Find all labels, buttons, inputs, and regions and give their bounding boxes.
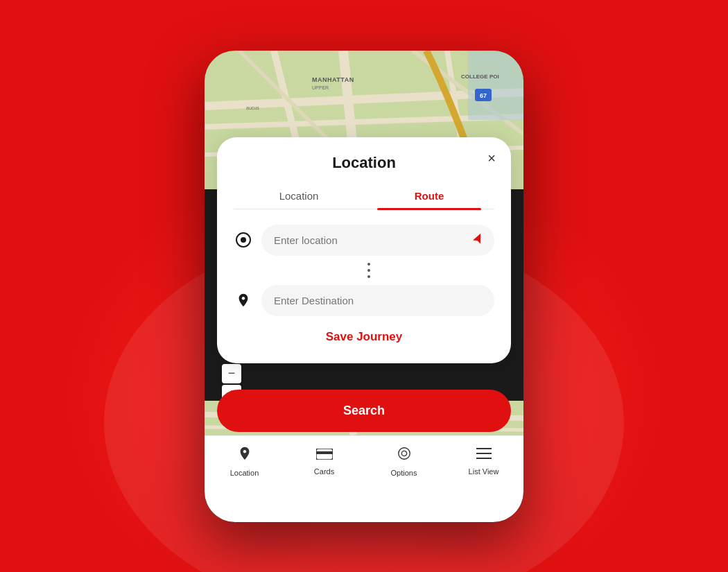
nav-item-cards[interactable]: Cards (284, 446, 364, 476)
destination-input-row (234, 285, 494, 316)
modal-card: Location × Location Route (217, 137, 511, 363)
phone-frame: MANHATTAN UPPER aucus COLLEGE POI 67 − +… (205, 51, 523, 522)
destination-input[interactable] (261, 285, 494, 316)
tabs-container: Location Route (234, 184, 494, 209)
list-view-nav-icon (476, 446, 492, 464)
svg-text:67: 67 (480, 92, 487, 99)
svg-rect-9 (468, 51, 523, 120)
bottom-nav: Location Cards Options (205, 435, 523, 522)
modal-title: Location (234, 154, 494, 172)
tab-location[interactable]: Location (234, 184, 364, 209)
svg-text:aucus: aucus (246, 105, 259, 110)
route-inputs (234, 225, 494, 316)
navigate-arrow-icon (472, 232, 485, 248)
svg-text:COLLEGE POI: COLLEGE POI (461, 73, 499, 80)
nav-item-options[interactable]: Options (364, 446, 444, 477)
destination-pin-icon (234, 293, 253, 308)
location-input-wrapper (261, 225, 494, 256)
svg-text:UPPER: UPPER (312, 85, 329, 90)
location-input[interactable] (261, 225, 494, 256)
cards-nav-icon (316, 446, 333, 464)
svg-point-23 (401, 451, 406, 456)
svg-rect-21 (316, 451, 333, 454)
location-origin-icon (234, 232, 253, 248)
options-nav-icon (397, 446, 412, 465)
nav-item-list-view[interactable]: List View (444, 446, 523, 476)
nav-label-list-view: List View (469, 467, 499, 476)
svg-text:MANHATTAN: MANHATTAN (312, 76, 354, 83)
route-connector-dots (234, 256, 494, 285)
close-button[interactable]: × (487, 151, 496, 165)
destination-input-wrapper (261, 285, 494, 316)
nav-label-options: Options (391, 469, 417, 477)
location-nav-icon (237, 446, 252, 465)
search-button[interactable]: Search (217, 390, 511, 432)
nav-label-location: Location (230, 469, 259, 477)
nav-item-location[interactable]: Location (205, 446, 284, 477)
svg-point-22 (398, 447, 410, 459)
location-input-row (234, 225, 494, 256)
zoom-out-button[interactable]: − (222, 364, 241, 383)
save-journey-button[interactable]: Save Journey (234, 330, 494, 344)
nav-label-cards: Cards (314, 467, 334, 476)
tab-route[interactable]: Route (364, 184, 494, 209)
